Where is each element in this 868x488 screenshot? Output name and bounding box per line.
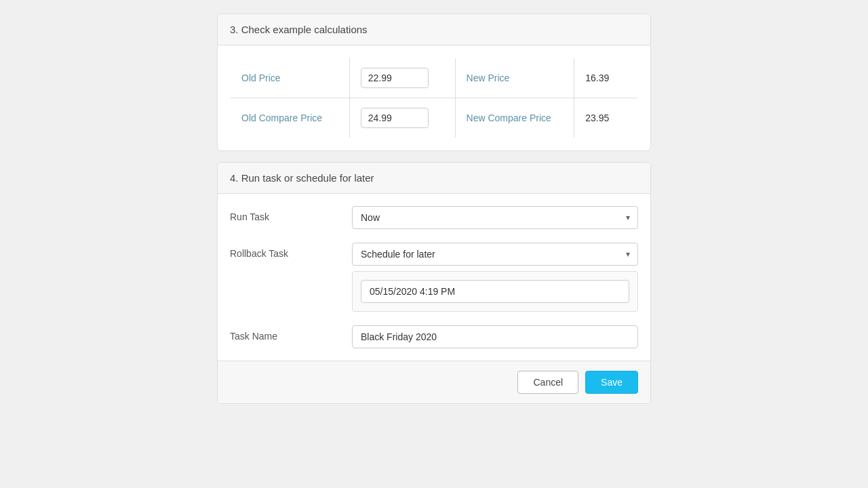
run-task-control: NowLater ▾ (352, 206, 638, 229)
section3-card: 3. Check example calculations Old Price … (217, 14, 651, 151)
run-task-select-wrap: NowLater ▾ (352, 206, 638, 229)
old-price-input[interactable] (361, 68, 429, 88)
run-task-select[interactable]: NowLater (352, 206, 638, 229)
task-name-label: Task Name (230, 325, 352, 342)
section3-header: 3. Check example calculations (218, 14, 650, 45)
run-task-row: Run Task NowLater ▾ (230, 206, 638, 229)
section4-header: 4. Run task or schedule for later (218, 163, 650, 194)
card-footer: Cancel Save (218, 361, 650, 403)
new-price-value: 16.39 (574, 58, 638, 98)
old-price-label: Old Compare Price (231, 98, 350, 138)
old-price-input[interactable] (361, 108, 429, 128)
new-price-label: New Price (455, 58, 574, 98)
rollback-task-control: NowSchedule for later ▾ (352, 243, 638, 312)
rollback-task-select-wrap: NowSchedule for later ▾ (352, 243, 638, 266)
task-name-input[interactable] (352, 325, 638, 348)
page-wrapper: 3. Check example calculations Old Price … (217, 14, 651, 404)
section4-body: Run Task NowLater ▾ Rollback Task NowSch… (218, 194, 650, 361)
save-button[interactable]: Save (585, 371, 638, 394)
rollback-task-label: Rollback Task (230, 243, 352, 259)
table-row: Old Price New Price 16.39 (231, 58, 638, 98)
new-price-label: New Compare Price (455, 98, 574, 138)
rollback-task-row: Rollback Task NowSchedule for later ▾ (230, 243, 638, 312)
task-name-control (352, 325, 638, 348)
schedule-datetime-input[interactable] (361, 280, 629, 303)
table-row: Old Compare Price New Compare Price 23.9… (231, 98, 638, 138)
old-price-label: Old Price (231, 58, 350, 98)
calculations-table: Old Price New Price 16.39 Old Compare Pr… (230, 58, 638, 138)
section3-body: Old Price New Price 16.39 Old Compare Pr… (218, 45, 650, 150)
schedule-datetime-box (352, 271, 638, 312)
task-name-row: Task Name (230, 325, 638, 348)
old-price-input-cell (349, 98, 455, 138)
old-price-input-cell (349, 58, 455, 98)
rollback-task-select[interactable]: NowSchedule for later (352, 243, 638, 266)
cancel-button[interactable]: Cancel (517, 371, 578, 394)
new-price-value: 23.95 (574, 98, 638, 138)
section4-card: 4. Run task or schedule for later Run Ta… (217, 162, 651, 404)
run-task-label: Run Task (230, 206, 352, 222)
